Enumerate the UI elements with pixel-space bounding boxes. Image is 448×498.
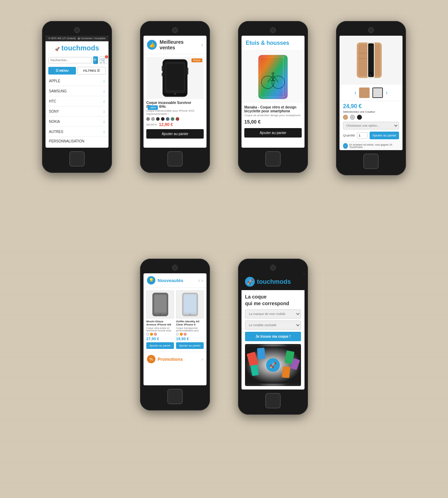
menu-item-sony[interactable]: SONY ↓ — [46, 106, 108, 117]
touchpoints-icon: 🛒 — [343, 143, 348, 149]
color-swatches — [146, 117, 204, 121]
menu-item-autres[interactable]: AUTRES ↓ — [46, 127, 108, 137]
next-arrow-icon[interactable]: › — [386, 90, 387, 96]
color-swatch-3[interactable] — [156, 117, 160, 121]
menu-button[interactable]: ☰ MENU — [48, 67, 76, 75]
product-price: 24,90 € — [340, 101, 402, 110]
prev-arrow-icon[interactable]: ‹ — [355, 90, 356, 96]
color-swatch-1[interactable] — [146, 117, 150, 121]
moshi-case-svg — [152, 292, 169, 317]
menu-item-nokia[interactable]: NOKIA ↓ — [46, 117, 108, 127]
wallet-case-svg — [350, 39, 392, 81]
old-price: 38,90 € — [146, 123, 157, 126]
phone-1-logo-area: 🚀 touchmods — [46, 41, 108, 55]
product-1-colors — [146, 333, 174, 336]
product-2-add-button[interactable]: Ajouter au panier — [176, 342, 204, 349]
color-swatch-4[interactable] — [161, 117, 164, 121]
product-2-name: Griffin Identity All Clear iPhone 6 — [176, 320, 204, 326]
menu-item-personnalisation[interactable]: PERSONNALISATION — [46, 137, 108, 146]
product-item: Promo -48% Coque incassable Survivor iPh… — [144, 54, 206, 141]
menu-item-htc[interactable]: HTC ↓ — [46, 96, 108, 106]
phone-3-header: Etuis & housses — [241, 36, 304, 51]
add-to-cart-button[interactable]: Ajouter au panier — [244, 128, 302, 138]
svg-rect-31 — [184, 295, 196, 313]
sony-expand-icon: ↓ — [103, 109, 105, 114]
promotions-icon: % — [147, 355, 155, 363]
product-name: Manaka - Coque rétro et design bicyclett… — [241, 103, 304, 114]
color-black[interactable] — [357, 115, 362, 120]
login-link[interactable]: ⏻ Connexion / Inscription — [78, 37, 106, 40]
product-case-svg — [161, 59, 189, 97]
cart-badge: 1 — [105, 55, 108, 58]
color-label: Sélectionnez une Couleur — [340, 110, 402, 115]
product-price: 15,00 € — [241, 117, 304, 127]
brand-select[interactable]: La marque de mon mobile — [245, 309, 301, 318]
menu-item-apple[interactable]: APPLE ↓ — [46, 76, 108, 86]
phone-1-topbar: ✆ 0970 406 127 (Gratuit) ⏻ Connexion / I… — [46, 36, 108, 41]
phone-1-nav-buttons: ☰ MENU FILTRES ☰ — [46, 65, 108, 76]
carousel-nav: ‹ › — [198, 278, 203, 283]
new-price: 12,90 € — [159, 122, 173, 127]
product-description: Coque de protection design pour smartpho… — [241, 114, 304, 117]
color-tan[interactable] — [343, 115, 348, 120]
product-2-image — [176, 290, 204, 318]
color-white[interactable] — [146, 333, 149, 336]
color-orange[interactable] — [150, 333, 153, 336]
svg-rect-35 — [257, 348, 265, 359]
price-area: 38,90 € 12,90 € — [146, 122, 204, 127]
color-white[interactable] — [176, 333, 179, 336]
next-icon[interactable]: › — [201, 42, 203, 48]
color-pink[interactable] — [154, 333, 157, 336]
phone-5: 💡 Nouveautés ‹ › Moshi iGlaze Armour iPh… — [140, 259, 210, 411]
showcase-svg: 🚀 — [245, 344, 301, 386]
touchpoints-row: 🛒 En achetant cet article, vous gagnez 2… — [340, 141, 402, 150]
thumbnail-1[interactable] — [359, 87, 370, 98]
phone-6-content: La coque qui me correspond La marque de … — [241, 290, 304, 389]
phone-1-menu-list: APPLE ↓ SAMSUNG ↓ HTC ↓ SONY ↓ NOKIA ↓ A… — [46, 76, 108, 146]
apple-expand-icon: ↓ — [103, 78, 105, 83]
find-case-button[interactable]: Je trouve ma coque ! — [245, 332, 301, 341]
color-orange[interactable] — [180, 333, 183, 336]
color-swatch-7[interactable] — [176, 117, 179, 121]
color-swatch-5[interactable] — [166, 117, 169, 121]
thumbnail-2[interactable] — [372, 87, 383, 98]
promotions-arrow-icon[interactable]: › — [201, 356, 203, 362]
cart-button[interactable]: 🛒 1 — [99, 56, 107, 64]
search-input[interactable] — [48, 57, 92, 63]
svg-rect-4 — [162, 73, 163, 76]
quantity-label: Quantité — [343, 134, 355, 137]
htc-expand-icon: ↓ — [103, 99, 105, 104]
svg-point-32 — [189, 314, 191, 315]
model-select[interactable]: Le modèle souhaité — [245, 321, 301, 330]
color-selection — [340, 115, 402, 122]
prev-icon[interactable]: ‹ — [198, 278, 200, 283]
color-swatch-6[interactable] — [171, 117, 174, 121]
next-icon[interactable]: › — [201, 278, 203, 283]
quantity-input[interactable] — [357, 132, 368, 139]
color-pink[interactable] — [184, 333, 187, 336]
svg-rect-21 — [369, 45, 373, 72]
add-to-cart-button[interactable]: Ajouter au panier — [370, 132, 399, 139]
touchmods-logo-icon: 🚀 — [245, 277, 255, 287]
svg-point-22 — [370, 75, 371, 76]
phone-2-header: 👍 Meilleures ventes › — [144, 36, 206, 54]
phone-5-screen: 💡 Nouveautés ‹ › Moshi iGlaze Armour iPh… — [144, 273, 206, 385]
discount-badge: -48% — [148, 105, 158, 110]
color-swatch-2[interactable] — [151, 117, 155, 121]
lightbulb-icon: 💡 — [147, 276, 155, 285]
phone-6-header: 🚀 touchmods — [241, 273, 304, 290]
menu-item-samsung[interactable]: SAMSUNG ↓ — [46, 86, 108, 96]
color-silver[interactable] — [350, 115, 355, 120]
search-button[interactable]: 🔍 — [93, 56, 98, 64]
filter-button[interactable]: FILTRES ☰ — [77, 67, 106, 75]
phone-2-screen: 👍 Meilleures ventes › Promo -48% Coque i… — [144, 36, 206, 148]
option-select[interactable]: Choisissez une option... — [343, 122, 399, 129]
phone-4: ‹ › 24,90 € Sélectionnez une Couleur Cho… — [336, 21, 406, 175]
promotions-title: Promotions — [158, 357, 199, 362]
svg-rect-27 — [154, 295, 166, 313]
product-1-add-button[interactable]: Ajouter au panier — [146, 342, 174, 349]
add-to-cart-button[interactable]: Ajouter au panier — [146, 129, 204, 139]
svg-point-28 — [160, 314, 161, 315]
svg-rect-38 — [282, 366, 290, 378]
phone-2: 👍 Meilleures ventes › Promo -48% Coque i… — [140, 21, 210, 173]
